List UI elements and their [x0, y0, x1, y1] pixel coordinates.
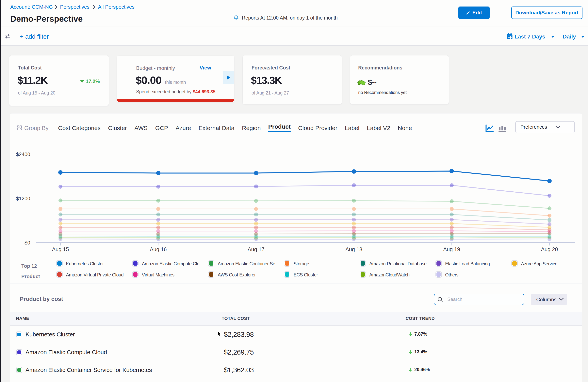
svg-text:Aug 16: Aug 16 — [150, 247, 167, 252]
svg-text:Aug 18: Aug 18 — [345, 247, 362, 252]
svg-text:$0: $0 — [24, 240, 30, 246]
svg-text:Aug 15: Aug 15 — [52, 247, 69, 252]
svg-text:Aug 20: Aug 20 — [541, 247, 558, 252]
svg-text:Aug 17: Aug 17 — [248, 247, 265, 252]
svg-text:$1200: $1200 — [16, 195, 30, 201]
svg-text:$2400: $2400 — [16, 151, 30, 157]
svg-text:Aug 19: Aug 19 — [443, 247, 460, 252]
